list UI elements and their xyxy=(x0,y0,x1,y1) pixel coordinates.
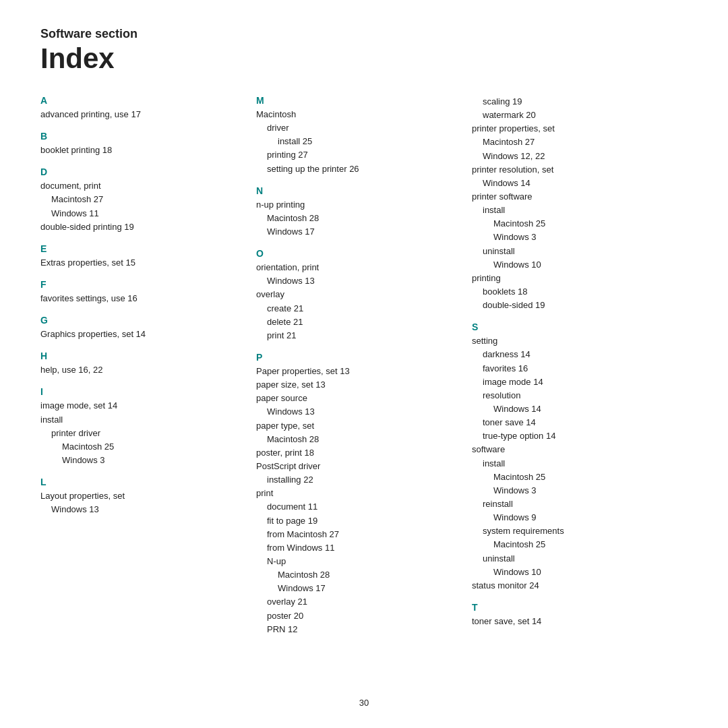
index-entry: printing xyxy=(472,272,674,285)
index-entry: reinstall xyxy=(472,497,674,511)
index-entry: uninstall xyxy=(472,552,674,566)
index-entry: n-up printing xyxy=(256,198,458,212)
index-entry: Windows 13 xyxy=(40,503,243,516)
page-number: 30 xyxy=(40,698,688,708)
index-entry: printer software xyxy=(472,190,674,204)
index-entry: Macintosh 27 xyxy=(472,135,674,149)
index-entry: Windows 3 xyxy=(472,484,674,497)
index-entry: Extras properties, set 15 xyxy=(40,256,243,270)
index-entry: software xyxy=(472,443,674,456)
index-entry: overlay xyxy=(256,288,458,301)
index-entry: install xyxy=(40,413,243,427)
index-entry: darkness 14 xyxy=(472,348,674,361)
index-entry: driver xyxy=(256,121,458,135)
index-entry: install xyxy=(472,457,674,471)
index-entry: status monitor 24 xyxy=(472,579,674,593)
index-entry: Macintosh 27 xyxy=(40,193,243,206)
index-entry: favorites 16 xyxy=(472,362,674,375)
index-entry: booklet printing 18 xyxy=(40,144,243,157)
index-entry: N-up xyxy=(256,555,458,568)
index-entry: toner save, set 14 xyxy=(472,615,674,628)
index-entry: Macintosh 25 xyxy=(472,538,674,551)
index-letter-O: O xyxy=(256,248,458,259)
index-entry: printer driver xyxy=(40,427,243,440)
header: Software section Index xyxy=(40,27,688,75)
index-entry: paper source xyxy=(256,392,458,405)
index-entry: Macintosh 25 xyxy=(40,440,243,454)
index-entry: printer resolution, set xyxy=(472,163,674,177)
section-label: Software section xyxy=(40,27,688,41)
index-entry: orientation, print xyxy=(256,261,458,274)
index-letter-N: N xyxy=(256,185,458,196)
index-entry: booklets 18 xyxy=(472,285,674,299)
index-letter-A: A xyxy=(40,95,243,106)
index-entry: Windows 14 xyxy=(472,177,674,190)
index-entry: Macintosh xyxy=(256,108,458,121)
index-entry: paper type, set xyxy=(256,419,458,433)
index-entry: Windows 13 xyxy=(256,405,458,419)
index-entry: Windows 11 xyxy=(40,207,243,220)
index-entry: resolution xyxy=(472,389,674,402)
index-letter-D: D xyxy=(40,166,243,177)
index-entry: Layout properties, set xyxy=(40,489,243,503)
index-entry: help, use 16, 22 xyxy=(40,363,243,377)
index-entry: Macintosh 28 xyxy=(256,433,458,446)
index-letter-S: S xyxy=(472,322,674,332)
index-entry: overlay 21 xyxy=(256,595,458,609)
index-letter-G: G xyxy=(40,315,243,326)
index-entry: uninstall xyxy=(472,245,674,258)
index-entry: document, print xyxy=(40,179,243,193)
index-columns: Aadvanced printing, use 17Bbooklet print… xyxy=(40,95,688,636)
index-entry: true-type option 14 xyxy=(472,429,674,443)
index-entry: install xyxy=(472,204,674,217)
index-entry: Macintosh 28 xyxy=(256,568,458,582)
index-letter-I: I xyxy=(40,386,243,397)
index-entry: Macintosh 28 xyxy=(256,212,458,225)
index-entry: document 11 xyxy=(256,500,458,514)
index-entry: print xyxy=(256,487,458,500)
index-entry: PostScript driver xyxy=(256,460,458,473)
index-entry: Windows 13 xyxy=(256,274,458,288)
index-column-1: Aadvanced printing, use 17Bbooklet print… xyxy=(40,95,256,636)
page-title: Index xyxy=(40,42,688,75)
index-letter-B: B xyxy=(40,131,243,142)
page: Software section Index Aadvanced printin… xyxy=(0,0,728,728)
index-letter-L: L xyxy=(40,477,243,487)
index-entry: setting up the printer 26 xyxy=(256,162,458,176)
index-entry: scaling 19 xyxy=(472,95,674,109)
index-entry: print 21 xyxy=(256,329,458,342)
index-entry: Graphics properties, set 14 xyxy=(40,328,243,341)
index-entry: system requirements xyxy=(472,524,674,538)
index-entry: poster 20 xyxy=(256,609,458,623)
index-letter-M: M xyxy=(256,95,458,106)
index-column-3: scaling 19watermark 20printer properties… xyxy=(472,95,688,636)
index-entry: Windows 3 xyxy=(40,454,243,467)
index-entry: Windows 10 xyxy=(472,566,674,579)
index-entry: favorites settings, use 16 xyxy=(40,292,243,305)
index-letter-P: P xyxy=(256,352,458,363)
index-entry: double-sided 19 xyxy=(472,299,674,312)
index-entry: fit to page 19 xyxy=(256,514,458,528)
index-entry: Windows 17 xyxy=(256,582,458,595)
index-letter-E: E xyxy=(40,243,243,254)
index-entry: Windows 10 xyxy=(472,258,674,272)
index-entry: Macintosh 25 xyxy=(472,217,674,231)
index-entry: create 21 xyxy=(256,302,458,315)
index-entry: Paper properties, set 13 xyxy=(256,365,458,378)
index-entry: delete 21 xyxy=(256,315,458,329)
index-entry: printer properties, set xyxy=(472,122,674,135)
index-entry: image mode 14 xyxy=(472,375,674,389)
index-letter-H: H xyxy=(40,351,243,361)
index-entry: Windows 14 xyxy=(472,402,674,416)
index-entry: Windows 9 xyxy=(472,511,674,524)
index-entry: setting xyxy=(472,334,674,348)
index-entry: Windows 17 xyxy=(256,225,458,239)
index-entry: install 25 xyxy=(256,135,458,148)
index-entry: Macintosh 25 xyxy=(472,471,674,484)
index-entry: toner save 14 xyxy=(472,416,674,429)
index-letter-T: T xyxy=(472,602,674,613)
index-entry: from Macintosh 27 xyxy=(256,528,458,541)
index-column-2: MMacintoshdriverinstall 25printing 27set… xyxy=(256,95,472,636)
index-entry: printing 27 xyxy=(256,148,458,162)
index-entry: double-sided printing 19 xyxy=(40,220,243,234)
